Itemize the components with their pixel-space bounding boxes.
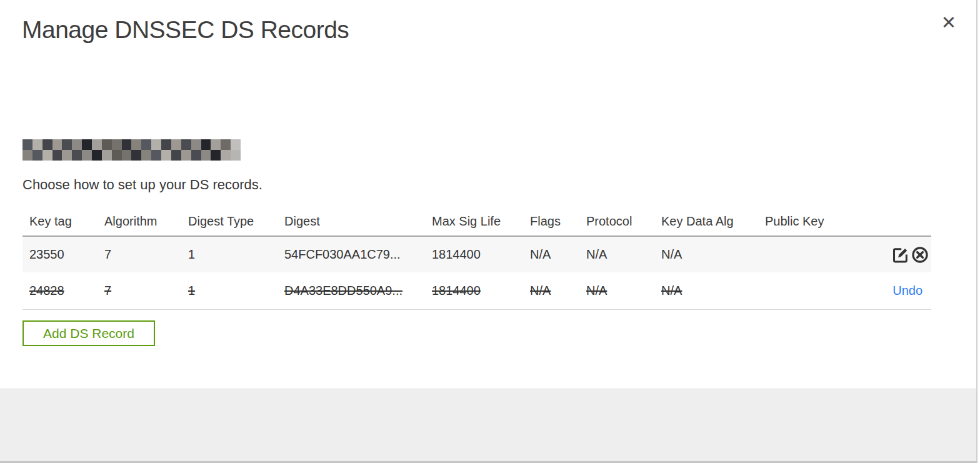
table-header-row: Key tag Algorithm Digest Type Digest Max…	[22, 207, 931, 235]
cell-algorithm: 7	[104, 247, 188, 262]
col-header-max-sig-life: Max Sig Life	[432, 214, 530, 229]
cell-key-tag: 24828	[22, 284, 104, 298]
cell-algorithm: 7	[104, 284, 188, 298]
col-header-key-tag: Key tag	[22, 214, 104, 229]
modal-right-border	[976, 0, 978, 462]
ds-records-table: Key tag Algorithm Digest Type Digest Max…	[22, 207, 931, 310]
col-header-algorithm: Algorithm	[104, 214, 188, 229]
table-row: 23550 7 1 54FCF030AA1C79... 1814400 N/A …	[22, 235, 931, 272]
close-icon[interactable]: ✕	[938, 11, 960, 34]
cell-max-sig-life: 1814400	[432, 284, 530, 298]
add-ds-record-button[interactable]: Add DS Record	[22, 320, 155, 346]
cell-max-sig-life: 1814400	[432, 247, 530, 262]
row-actions: Undo	[765, 284, 931, 298]
cell-digest-type: 1	[188, 284, 284, 298]
col-header-key-data-alg: Key Data Alg	[661, 214, 765, 229]
modal-footer: Save Cancel	[0, 389, 978, 461]
cell-key-data-alg: N/A	[661, 247, 765, 262]
cell-protocol: N/A	[586, 247, 661, 262]
instruction-text: Choose how to set up your DS records.	[22, 177, 262, 193]
page-title: Manage DNSSEC DS Records	[22, 16, 349, 44]
cell-flags: N/A	[530, 284, 586, 298]
col-header-protocol: Protocol	[586, 214, 661, 229]
col-header-digest: Digest	[284, 214, 432, 229]
row-actions	[765, 246, 931, 264]
table-row-deleted: 24828 7 1 D4A33E8DD550A9... 1814400 N/A …	[22, 272, 931, 310]
undo-link[interactable]: Undo	[892, 284, 922, 297]
redacted-domain	[22, 139, 241, 161]
cell-digest: 54FCF030AA1C79...	[284, 247, 432, 262]
col-header-digest-type: Digest Type	[188, 214, 284, 229]
cell-protocol: N/A	[586, 284, 661, 298]
cell-digest: D4A33E8DD550A9...	[284, 284, 432, 298]
col-header-flags: Flags	[530, 214, 586, 229]
col-header-public-key: Public Key	[765, 214, 931, 229]
cell-key-tag: 23550	[22, 247, 104, 262]
manage-dnssec-modal: Manage DNSSEC DS Records ✕ Choose how to…	[0, 0, 980, 466]
edit-record-icon[interactable]	[892, 246, 909, 264]
modal-bottom-border	[0, 461, 978, 463]
delete-record-icon[interactable]	[911, 246, 929, 264]
cell-flags: N/A	[530, 247, 586, 262]
cell-key-data-alg: N/A	[661, 284, 765, 298]
cell-digest-type: 1	[188, 247, 284, 262]
